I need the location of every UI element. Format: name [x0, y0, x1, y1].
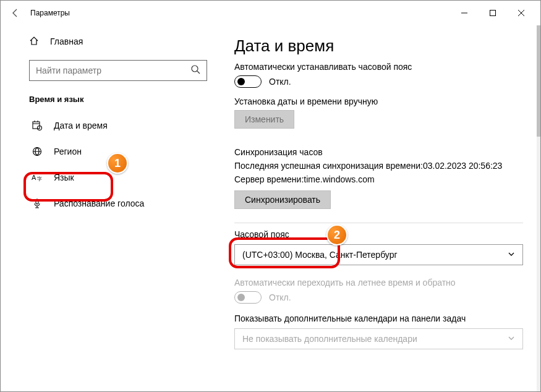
last-sync-prefix: Последняя успешная синхронизация времени…: [234, 161, 423, 171]
window-title: Параметры: [30, 9, 70, 17]
annotation-badge-1: 1: [107, 153, 128, 174]
scrollbar-thumb[interactable]: [537, 25, 540, 137]
maximize-icon: [490, 10, 496, 16]
extra-calendars-label: Показывать дополнительные календари на п…: [234, 313, 523, 323]
manual-set-label: Установка даты и времени вручную: [234, 96, 523, 106]
svg-text:A: A: [32, 174, 36, 181]
globe-icon: [32, 147, 43, 156]
dst-toggle: Откл.: [234, 291, 523, 304]
extra-calendars-select[interactable]: Не показывать дополнительные календари: [234, 328, 523, 349]
change-button[interactable]: Изменить: [234, 110, 294, 129]
auto-timezone-toggle[interactable]: Откл.: [234, 75, 523, 88]
minimize-icon: [461, 10, 467, 16]
sidebar-home-label: Главная: [50, 36, 83, 46]
divider: [234, 223, 523, 223]
toggle-thumb: [237, 78, 245, 85]
home-icon: [29, 36, 39, 48]
close-icon: [518, 10, 524, 16]
sidebar-item-label: Распознавание голоса: [54, 198, 144, 208]
calendar-clock-icon: [32, 121, 43, 130]
dst-label: Автоматически переходить на летнее время…: [234, 278, 523, 288]
minimize-button[interactable]: [450, 3, 479, 23]
sidebar-item-label: Язык: [54, 173, 74, 182]
toggle-state-label: Откл.: [269, 292, 291, 302]
sync-button[interactable]: Синхронизировать: [234, 190, 331, 209]
timezone-select[interactable]: (UTC+03:00) Москва, Санкт-Петербург: [234, 244, 523, 265]
page-title: Дата и время: [234, 36, 523, 56]
sidebar-item-speech[interactable]: Распознавание голоса: [29, 190, 207, 216]
back-button[interactable]: [6, 3, 25, 23]
chevron-down-icon: [508, 250, 515, 260]
last-sync-line: Последняя успешная синхронизация времени…: [234, 161, 523, 171]
server-prefix: Сервер времени:: [234, 174, 304, 184]
sidebar-section-title: Время и язык: [29, 95, 207, 104]
toggle-state-label: Откл.: [269, 77, 291, 87]
server-value: time.windows.com: [304, 174, 374, 184]
svg-point-1: [192, 66, 198, 72]
sidebar-item-label: Регион: [54, 147, 82, 156]
toggle-thumb: [237, 294, 245, 301]
time-server-line: Сервер времени:time.windows.com: [234, 174, 523, 184]
timezone-header: Часовой пояс: [234, 229, 523, 239]
svg-rect-7: [36, 199, 38, 204]
timezone-value: (UTC+03:00) Москва, Санкт-Петербург: [242, 250, 398, 260]
auto-timezone-label: Автоматически устанавливать часовой пояс: [234, 62, 523, 72]
sync-header: Синхронизация часов: [234, 147, 523, 157]
window-controls: [450, 3, 535, 23]
search-input[interactable]: [29, 60, 207, 81]
toggle-track: [234, 75, 262, 88]
arrow-left-icon: [11, 8, 20, 18]
sidebar-home[interactable]: Главная: [29, 29, 207, 54]
annotation-badge-2: 2: [326, 224, 347, 245]
content-pane: Дата и время Автоматически устанавливать…: [217, 25, 540, 391]
last-sync-value: 03.02.2023 20:56:23: [423, 161, 502, 171]
title-bar: Параметры: [1, 1, 540, 25]
maximize-button[interactable]: [479, 3, 507, 23]
sidebar-item-date-time[interactable]: Дата и время: [29, 113, 207, 138]
language-icon: A字: [32, 173, 43, 182]
svg-text:字: 字: [37, 176, 42, 182]
extra-calendars-value: Не показывать дополнительные календари: [242, 334, 417, 344]
svg-rect-2: [33, 122, 40, 129]
microphone-icon: [32, 198, 43, 208]
search-icon: [190, 64, 200, 77]
toggle-track: [234, 291, 262, 304]
sidebar: Главная Время и язык Дата и время Регион…: [1, 25, 217, 391]
close-button[interactable]: [507, 3, 535, 23]
svg-rect-0: [490, 11, 496, 16]
search-field[interactable]: [36, 66, 190, 75]
chevron-down-icon: [508, 334, 515, 344]
sidebar-item-label: Дата и время: [54, 121, 108, 130]
